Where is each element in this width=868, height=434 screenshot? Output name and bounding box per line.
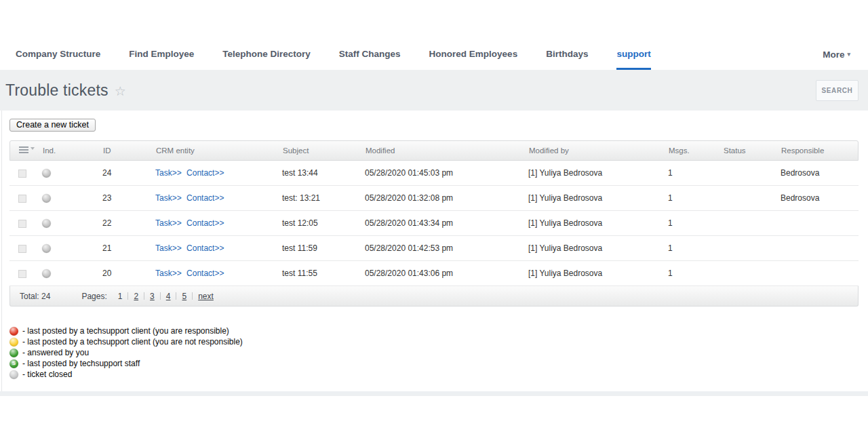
crm-contact-link[interactable]: Contact>> — [186, 193, 224, 203]
legend-item: S - last posted by techsupport staff — [9, 358, 868, 369]
crm-task-link[interactable]: Task>> — [155, 193, 182, 203]
page-link-2[interactable]: 2 — [134, 292, 138, 301]
nav-birthdays[interactable]: Birthdays — [546, 38, 588, 70]
legend-item-label: - last posted by a techsupport client (y… — [22, 326, 229, 336]
ticket-subject: test: 13:21 — [273, 193, 355, 203]
row-checkbox[interactable] — [18, 170, 26, 178]
legend-status-ball-icon — [9, 327, 18, 336]
pager-separator — [127, 292, 128, 300]
row-checkbox[interactable] — [18, 270, 26, 278]
total-count: Total: 24 — [20, 292, 50, 301]
legend-item: - ticket closed — [9, 369, 868, 380]
pager-separator — [144, 292, 144, 300]
legend-item-label: - last posted by a techsupport client (y… — [22, 337, 243, 347]
ticket-status-indicator-icon — [42, 269, 51, 278]
col-header-ind[interactable]: Ind. — [33, 146, 94, 155]
ticket-msgs-count: 1 — [658, 218, 713, 228]
col-header-modified[interactable]: Modified — [356, 146, 519, 155]
crm-contact-link[interactable]: Contact>> — [186, 243, 224, 253]
crm-task-link[interactable]: Task>> — [155, 269, 182, 278]
legend-item-label: - answered by you — [22, 348, 89, 357]
table-body: 24 Task>> Contact>> test 13:44 05/28/202… — [9, 161, 859, 286]
nav-company-structure[interactable]: Company Structure — [16, 38, 100, 70]
ticket-modified: 05/28/2020 01:43:34 pm — [355, 218, 519, 228]
ticket-status-indicator-icon — [42, 244, 51, 253]
ticket-modified-by: [1] Yuliya Bedrosova — [519, 193, 658, 203]
col-header-id[interactable]: ID — [94, 146, 146, 155]
page-link-3[interactable]: 3 — [150, 292, 155, 301]
page: Company Structure Find Employee Telephon… — [0, 0, 868, 434]
crm-contact-link[interactable]: Contact>> — [186, 218, 224, 228]
ticket-id: 20 — [93, 269, 146, 278]
nav-more-dropdown[interactable]: More ▾ — [823, 38, 850, 70]
legend-ball-glyph: S — [9, 359, 18, 368]
ticket-modified: 05/28/2020 01:32:08 pm — [355, 193, 519, 203]
legend-ball-glyph — [9, 370, 18, 379]
nav-staff-changes[interactable]: Staff Changes — [339, 38, 401, 70]
ticket-subject: test 11:55 — [273, 269, 355, 278]
ticket-modified-by: [1] Yuliya Bedrosova — [519, 168, 658, 178]
table-row[interactable]: 20 Task>> Contact>> test 11:55 05/28/202… — [9, 261, 859, 286]
tickets-table: Ind. ID CRM entity Subject Modified Modi… — [9, 140, 859, 307]
grid-settings-menu-icon[interactable] — [19, 145, 35, 155]
legend-status-ball-icon — [9, 338, 18, 347]
table-row[interactable]: 21 Task>> Contact>> test 11:59 05/28/202… — [9, 236, 859, 261]
crm-contact-link[interactable]: Contact>> — [186, 269, 224, 278]
ticket-subject: test 12:05 — [273, 218, 355, 228]
row-checkbox[interactable] — [18, 220, 26, 228]
search-button[interactable]: SEARCH — [816, 80, 859, 101]
col-header-subject[interactable]: Subject — [273, 146, 356, 155]
content-area: Create a new ticket Ind. ID CRM entity S… — [0, 111, 868, 380]
row-checkbox[interactable] — [18, 245, 26, 253]
legend-item: - last posted by a techsupport client (y… — [9, 326, 868, 336]
nav-support[interactable]: support — [616, 38, 650, 70]
ticket-msgs-count: 1 — [658, 193, 713, 203]
ticket-msgs-count: 1 — [658, 168, 713, 178]
legend-item-label: - ticket closed — [22, 370, 72, 379]
col-header-status[interactable]: Status — [714, 146, 772, 155]
legend-item-label: - last posted by techsupport staff — [22, 359, 140, 368]
crm-task-link[interactable]: Task>> — [155, 243, 182, 253]
ticket-msgs-count: 1 — [658, 243, 713, 253]
pages-label: Pages: — [81, 292, 106, 301]
col-header-crm-entity[interactable]: CRM entity — [146, 146, 273, 155]
crm-task-link[interactable]: Task>> — [155, 218, 182, 228]
table-row[interactable]: 24 Task>> Contact>> test 13:44 05/28/202… — [9, 161, 859, 186]
nav-find-employee[interactable]: Find Employee — [129, 38, 194, 70]
page-link-4[interactable]: 4 — [166, 292, 171, 301]
page-link-1: 1 — [118, 292, 123, 301]
main-nav: Company Structure Find Employee Telephon… — [0, 38, 868, 70]
ticket-id: 23 — [93, 193, 146, 203]
legend-ball-glyph — [9, 338, 18, 347]
ticket-status-indicator-icon — [42, 169, 51, 178]
nav-honored-employees[interactable]: Honored Employees — [429, 38, 518, 70]
page-bottom-divider — [0, 391, 868, 396]
table-row[interactable]: 22 Task>> Contact>> test 12:05 05/28/202… — [9, 211, 859, 236]
nav-telephone-directory[interactable]: Telephone Directory — [222, 38, 311, 70]
status-legend: - last posted by a techsupport client (y… — [9, 326, 868, 380]
col-header-msgs[interactable]: Msgs. — [659, 146, 714, 155]
nav-more-label: More — [823, 50, 844, 60]
col-header-modified-by[interactable]: Modified by — [519, 146, 659, 155]
table-header: Ind. ID CRM entity Subject Modified Modi… — [9, 140, 859, 161]
favorite-star-icon[interactable]: ☆ — [115, 83, 126, 99]
crm-contact-link[interactable]: Contact>> — [186, 168, 224, 178]
legend-status-ball-icon — [9, 349, 18, 357]
ticket-modified-by: [1] Yuliya Bedrosova — [519, 218, 658, 228]
page-link-5[interactable]: 5 — [182, 292, 186, 301]
ticket-responsible: Bedrosova — [771, 193, 859, 203]
ticket-subject: test 13:44 — [273, 168, 355, 178]
row-checkbox[interactable] — [18, 195, 26, 203]
legend-ball-glyph — [9, 349, 18, 357]
pager-separator — [192, 292, 193, 300]
col-header-responsible[interactable]: Responsible — [772, 146, 858, 155]
hamburger-icon — [19, 145, 28, 155]
page-link-next[interactable]: next — [198, 292, 214, 301]
table-row[interactable]: 23 Task>> Contact>> test: 13:21 05/28/20… — [9, 186, 859, 211]
crm-task-link[interactable]: Task>> — [155, 168, 182, 178]
pager-separator — [176, 292, 176, 300]
create-ticket-button[interactable]: Create a new ticket — [9, 119, 96, 132]
ticket-modified: 05/28/2020 01:43:06 pm — [355, 269, 519, 278]
legend-status-ball-icon — [9, 370, 18, 379]
pager-separator — [160, 292, 161, 300]
